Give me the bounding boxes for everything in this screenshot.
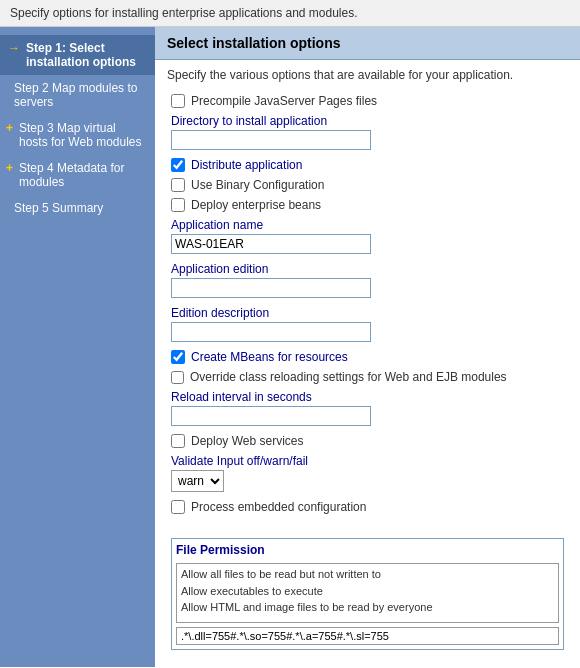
appname-label: Application name [171, 218, 564, 232]
fp-line-1: Allow all files to be read but not writt… [181, 566, 554, 583]
arrow-icon-step3: + [6, 121, 13, 135]
creatembeans-checkbox[interactable] [171, 350, 185, 364]
deploywebservices-checkbox[interactable] [171, 434, 185, 448]
field-appedition: Application edition [171, 262, 564, 298]
file-permission-title: File Permission [176, 543, 559, 559]
option-deploywebservices: Deploy Web services [171, 434, 564, 448]
creatembeans-label: Create MBeans for resources [191, 350, 348, 364]
field-dir: Directory to install application [171, 114, 564, 150]
step3-link[interactable]: Step 3 Map virtual hosts for Web modules [19, 121, 147, 149]
field-reload: Reload interval in seconds [171, 390, 564, 426]
precompile-checkbox[interactable] [171, 94, 185, 108]
file-permission-box[interactable]: Allow all files to be read but not writt… [176, 563, 559, 623]
field-appname: Application name [171, 218, 564, 254]
fp-input[interactable] [176, 627, 559, 645]
option-enterprise: Deploy enterprise beans [171, 198, 564, 212]
reload-input[interactable] [171, 406, 371, 426]
binary-checkbox[interactable] [171, 178, 185, 192]
reload-label: Reload interval in seconds [171, 390, 564, 404]
option-binary: Use Binary Configuration [171, 178, 564, 192]
processembedded-label: Process embedded configuration [191, 500, 366, 514]
top-description: Specify options for installing enterpris… [0, 0, 580, 27]
step5-link[interactable]: Step 5 Summary [14, 201, 103, 215]
enterprise-label: Deploy enterprise beans [191, 198, 321, 212]
step4-link[interactable]: Step 4 Metadata for modules [19, 161, 147, 189]
validate-label: Validate Input off/warn/fail [171, 454, 564, 468]
fp-line-3: Allow HTML and image files to be read by… [181, 599, 554, 616]
sidebar-item-step3[interactable]: + Step 3 Map virtual hosts for Web modul… [0, 115, 155, 155]
distribute-label: Distribute application [191, 158, 302, 172]
step2-link[interactable]: Step 2 Map modules to servers [14, 81, 147, 109]
field-editiondesc: Edition description [171, 306, 564, 342]
sidebar: → Step 1: Select installation options St… [0, 27, 155, 667]
options-area: Precompile JavaServer Pages files Direct… [155, 90, 580, 530]
dir-label: Directory to install application [171, 114, 564, 128]
sidebar-item-step1[interactable]: → Step 1: Select installation options [0, 35, 155, 75]
content-header: Select installation options [155, 27, 580, 60]
overridereload-checkbox[interactable] [171, 371, 184, 384]
dir-input[interactable] [171, 130, 371, 150]
option-overridereload: Override class reloading settings for We… [171, 370, 564, 384]
fp-input-row [176, 627, 559, 645]
appedition-label: Application edition [171, 262, 564, 276]
appedition-input[interactable] [171, 278, 371, 298]
binary-label: Use Binary Configuration [191, 178, 324, 192]
file-permission-section: File Permission Allow all files to be re… [171, 538, 564, 650]
appname-input[interactable] [171, 234, 371, 254]
deploywebservices-label: Deploy Web services [191, 434, 304, 448]
arrow-icon-step4: + [6, 161, 13, 175]
option-precompile: Precompile JavaServer Pages files [171, 94, 564, 108]
sidebar-item-step2[interactable]: Step 2 Map modules to servers [0, 75, 155, 115]
editiondesc-input[interactable] [171, 322, 371, 342]
arrow-icon-step1: → [8, 41, 20, 55]
field-validate: Validate Input off/warn/fail off warn fa… [171, 454, 564, 492]
fp-line-2: Allow executables to execute [181, 583, 554, 600]
validate-select[interactable]: off warn fail [171, 470, 224, 492]
sidebar-item-step4[interactable]: + Step 4 Metadata for modules [0, 155, 155, 195]
editiondesc-label: Edition description [171, 306, 564, 320]
content-area: Select installation options Specify the … [155, 27, 580, 667]
option-processembedded: Process embedded configuration [171, 500, 564, 514]
sidebar-item-step5[interactable]: Step 5 Summary [0, 195, 155, 221]
option-creatembeans: Create MBeans for resources [171, 350, 564, 364]
overridereload-label: Override class reloading settings for We… [190, 370, 507, 384]
precompile-label: Precompile JavaServer Pages files [191, 94, 377, 108]
content-description: Specify the various options that are ava… [155, 60, 580, 90]
option-distribute: Distribute application [171, 158, 564, 172]
processembedded-checkbox[interactable] [171, 500, 185, 514]
distribute-checkbox[interactable] [171, 158, 185, 172]
enterprise-checkbox[interactable] [171, 198, 185, 212]
